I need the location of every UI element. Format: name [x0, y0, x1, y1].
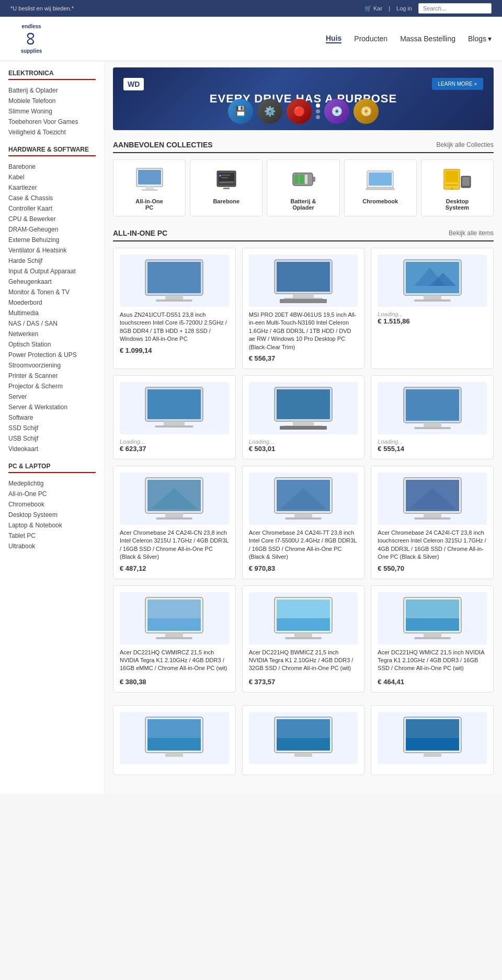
nav-massa-bestelling[interactable]: Massa Bestelling	[400, 34, 455, 43]
collection-item-aio[interactable]: All-in-OnePC	[113, 159, 186, 216]
sidebar-item-ultrabook[interactable]: Ultrabook	[8, 541, 96, 551]
sidebar-item-laptop[interactable]: Laptop & Notebook	[8, 520, 96, 531]
product-card-4[interactable]: Loading... € 623,37	[113, 375, 236, 459]
collection-name-barebone: Barebone	[195, 198, 258, 204]
collections-grid: All-in-OnePC Barebone	[113, 159, 494, 216]
sidebar-item-controller-kaart[interactable]: Controller Kaart	[8, 203, 96, 214]
product-image-7	[120, 472, 229, 525]
tagline: *U beslist en wij bieden.*	[10, 5, 74, 11]
product-price-6: € 555,14	[378, 445, 487, 453]
product-loading-3: Loading...	[378, 311, 487, 317]
search-input[interactable]	[418, 3, 492, 14]
sidebar-item-desktop-systeem[interactable]: Desktop Systeem	[8, 510, 96, 520]
dot-3	[316, 115, 320, 119]
sidebar-item-monitor[interactable]: Monitor & Tonen & TV	[8, 287, 96, 297]
sidebar-item-slimme-woning[interactable]: Slimme Woning	[8, 106, 96, 117]
sidebar-item-veiligheid[interactable]: Veiligheid & Toezicht	[8, 127, 96, 137]
sidebar-item-netwerken[interactable]: Netwerken	[8, 329, 96, 339]
sidebar-item-nas[interactable]: NAS / DAS / SAN	[8, 318, 96, 329]
product-image-9	[378, 472, 487, 525]
collection-icon-chromebook	[362, 165, 398, 194]
svg-rect-88	[165, 753, 183, 757]
product-card-11[interactable]: Acer DC221HQ BWMICZ 21,5 inch NVIDIA Teg…	[242, 585, 365, 693]
sidebar-item-all-in-one[interactable]: All-in-One PC	[8, 489, 96, 499]
sidebar-item-medeplichtig[interactable]: Medeplichtig	[8, 478, 96, 489]
sidebar-item-kaartlezer[interactable]: Kaartlezer	[8, 182, 96, 193]
sidebar-item-batterij-oplader[interactable]: Batterij & Oplader	[8, 85, 96, 96]
logo[interactable]: endless ∞ supplies	[10, 23, 52, 54]
sidebar-item-moederbord[interactable]: Moederbord	[8, 297, 96, 308]
login-link[interactable]: Log in	[396, 5, 412, 11]
collection-name-battery: Batterij &Oplader	[271, 198, 335, 211]
sidebar-item-input-output[interactable]: Input & Output Apparaat	[8, 266, 96, 276]
svg-rect-3	[142, 189, 157, 191]
sidebar-item-ssd[interactable]: SSD Schijf	[8, 423, 96, 433]
product-image-more-3	[378, 712, 487, 764]
sidebar-item-geheugenkaart[interactable]: Geheugenkaart	[8, 276, 96, 287]
svg-rect-2	[145, 187, 154, 189]
main-nav: Huis Producten Massa Bestelling Blogs ▾	[326, 34, 492, 43]
sidebar-item-projector[interactable]: Projector & Scherm	[8, 381, 96, 391]
sidebar-item-videokaart[interactable]: Videokaart	[8, 444, 96, 454]
sidebar-item-usb[interactable]: USB Schijf	[8, 433, 96, 444]
sidebar-item-mobiele-telefoon[interactable]: Mobiele Telefoon	[8, 96, 96, 106]
banner-product-1: 💾	[228, 99, 253, 124]
product-card-6[interactable]: Loading... € 555,14	[371, 375, 494, 459]
product-price-3: € 1.515,86	[378, 317, 487, 325]
aio-view-all-link[interactable]: Bekijk alle items	[449, 229, 494, 237]
svg-rect-40	[147, 389, 201, 419]
product-card-7[interactable]: Acer Chromebase 24 CA24I-CN 23,8 inch In…	[113, 466, 236, 579]
collection-item-desktop[interactable]: DesktopSysteem	[421, 159, 494, 216]
sidebar-item-power-protection[interactable]: Power Protection & UPS	[8, 350, 96, 360]
product-card-more-1[interactable]	[113, 705, 236, 775]
product-price-5: € 503,01	[249, 445, 358, 453]
product-card-9[interactable]: Acer Chromebase 24 CA24I-CT 23,8 inch to…	[371, 466, 494, 579]
sidebar-item-optisch[interactable]: Optisch Station	[8, 339, 96, 350]
promo-banner[interactable]: WD EVERY DRIVE HAS A PURPOSE LEARN MORE …	[113, 67, 494, 130]
collection-item-barebone[interactable]: Barebone	[190, 159, 263, 216]
product-card-1[interactable]: Asus ZN241ICUT-DS51 23,8 inch touchscree…	[113, 248, 236, 369]
sidebar-item-printer[interactable]: Printer & Scanner	[8, 371, 96, 381]
sidebar-item-stroomvoorziening[interactable]: Stroomvoorziening	[8, 360, 96, 371]
product-image-12	[378, 592, 487, 644]
collections-title: AANBEVOLEN COLLECTIES	[113, 141, 213, 149]
sidebar-item-harde-schijf[interactable]: Harde Schijf	[8, 256, 96, 266]
sidebar-item-externe-behuizing[interactable]: Externe Behuizing	[8, 235, 96, 245]
banner-learn-more-button[interactable]: LEARN MORE »	[432, 78, 483, 90]
product-price-1: € 1.099,14	[120, 347, 229, 354]
sidebar-item-chromebook[interactable]: Chromebook	[8, 499, 96, 510]
product-card-2[interactable]: MSI PRO 20ET 4BW-061US 19,5 inch All-in-…	[242, 248, 365, 369]
sidebar-item-barebone[interactable]: Barebone	[8, 162, 96, 172]
product-card-12[interactable]: Acer DC221HQ WMICZ 21,5 inch NVIDIA Tegr…	[371, 585, 494, 693]
collection-item-chromebook[interactable]: Chromebook	[344, 159, 417, 216]
sidebar-item-software[interactable]: Software	[8, 412, 96, 423]
sidebar-item-dram[interactable]: DRAM-Geheugen	[8, 224, 96, 235]
nav-producten[interactable]: Producten	[354, 34, 387, 43]
sidebar-item-multimedia[interactable]: Multimedia	[8, 308, 96, 318]
sidebar-item-server-werkstation[interactable]: Server & Werkstation	[8, 402, 96, 412]
sidebar-item-case-chassis[interactable]: Case & Chassis	[8, 193, 96, 203]
product-card-more-3[interactable]	[371, 705, 494, 775]
sidebar-item-tablet[interactable]: Tablet PC	[8, 531, 96, 541]
product-card-10[interactable]: Acer DC221HQ CWMIRCZ 21,5 inch NVIDIA Te…	[113, 585, 236, 693]
sidebar-item-toebehoren-games[interactable]: Toebehoren Voor Games	[8, 117, 96, 127]
cart-link[interactable]: 🛒 Kar	[364, 5, 382, 12]
sidebar-item-kabel[interactable]: Kabel	[8, 172, 96, 182]
nav-blogs[interactable]: Blogs ▾	[468, 34, 492, 43]
product-card-3[interactable]: Loading... € 1.515,86	[371, 248, 494, 369]
product-desc-10: Acer DC221HQ CWMIRCZ 21,5 inch NVIDIA Te…	[120, 649, 229, 675]
product-card-more-2[interactable]	[242, 705, 365, 775]
sidebar-item-ventilator[interactable]: Ventilator & Heatsink	[8, 245, 96, 256]
banner-product-3: 🔴	[287, 99, 312, 124]
sidebar-item-server[interactable]: Server	[8, 391, 96, 402]
nav-huis[interactable]: Huis	[326, 34, 341, 43]
product-image-5	[249, 382, 358, 434]
collections-view-all-link[interactable]: Bekijk alle Collecties	[437, 141, 494, 148]
sidebar-item-cpu[interactable]: CPU & Bewerker	[8, 214, 96, 224]
product-desc-9: Acer Chromebase 24 CA24I-CT 23,8 inch to…	[378, 529, 487, 561]
product-card-8[interactable]: Acer Chromebase 24 CA24I-7T 23,8 inch In…	[242, 466, 365, 579]
banner-product-5: 📀	[353, 99, 379, 124]
product-card-5[interactable]: Loading... € 503,01	[242, 375, 365, 459]
collection-item-battery[interactable]: Batterij &Oplader	[267, 159, 339, 216]
svg-rect-70	[147, 599, 201, 618]
